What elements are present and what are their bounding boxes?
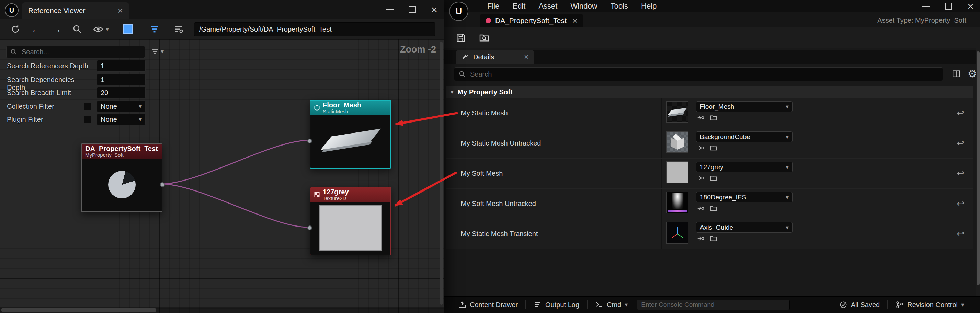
close-button[interactable]: × [431,4,438,15]
floor-mesh-thumbnail [323,128,378,154]
browse-to-asset-button[interactable] [710,144,718,152]
asset-thumbnail-180degree-ies[interactable] [667,192,689,213]
reset-to-default-button[interactable]: ↩ [957,159,964,188]
browse-to-asset-button[interactable] [710,235,718,242]
property-row-my-static-mesh: My Static Mesh Floor_Mesh ▾ [446,98,973,129]
reference-viewer-tab[interactable]: Reference Viewer × [22,2,129,19]
cmd-dropdown[interactable]: Cmd ▾ [595,301,628,309]
use-selected-asset-button[interactable] [697,144,704,152]
title-bar[interactable]: U Reference Viewer × × [0,0,444,19]
maximize-button[interactable] [945,3,952,10]
save-icon [455,32,466,43]
asset-thumbnail-axis-guide[interactable] [667,222,689,244]
all-saved-status[interactable]: All Saved [839,301,880,309]
graph-node-da-propertysoft-test[interactable]: DA_PropertySoft_Test MyProperty_Soft [81,143,162,212]
output-log-button[interactable]: Output Log [534,301,579,309]
use-selected-asset-button[interactable] [697,235,704,242]
menu-help[interactable]: Help [635,0,663,12]
column-splitter[interactable] [661,189,662,219]
menu-window[interactable]: Window [564,0,604,12]
use-selected-asset-button[interactable] [697,205,704,212]
tab-da-propertysoft-test[interactable]: DA_PropertySoft_Test × [480,14,583,27]
graph-node-floor-mesh[interactable]: Floor_Mesh StaticMesh [310,100,391,168]
reset-to-default-button[interactable]: ↩ [957,189,964,219]
tab-close-icon[interactable]: × [118,6,123,15]
column-splitter[interactable] [661,98,662,128]
column-view-button[interactable] [952,69,961,78]
asset-thumbnail-background-cube[interactable] [667,131,689,153]
filter-options-icon [173,24,184,34]
input-pin[interactable] [307,139,312,143]
table-columns-icon [952,69,961,78]
asset-picker-combo[interactable]: BackgroundCube ▾ [696,132,792,142]
column-splitter[interactable] [661,219,662,249]
refresh-button[interactable] [10,24,21,34]
texture-icon [314,192,320,198]
settings-gear-button[interactable]: ⚙ [968,68,977,79]
zoom-to-fit-button[interactable] [72,24,83,34]
details-tab-close-icon[interactable]: × [524,53,529,61]
node-title: DA_PropertySoft_Test [85,145,158,153]
close-button[interactable]: × [967,1,974,12]
reference-wires [0,40,444,313]
node-subtitle: StaticMesh [323,109,361,114]
filter-button[interactable] [150,24,160,34]
output-log-icon [534,301,542,309]
details-search-options: ⚙ [952,68,977,79]
column-splitter[interactable] [661,159,662,188]
input-pin[interactable] [307,226,312,230]
output-pin[interactable] [160,182,165,187]
menu-edit[interactable]: Edit [506,0,532,12]
menu-bar: File Edit Asset Window Tools Help [444,0,980,12]
asset-picker-combo[interactable]: 127grey ▾ [696,162,792,172]
minimize-button[interactable] [922,6,930,7]
filter-settings-button[interactable] [173,24,184,34]
asset-picker-combo[interactable]: Axis_Guide ▾ [696,222,792,233]
use-selected-asset-button[interactable] [697,174,704,182]
console-command-input[interactable] [640,301,786,309]
panel-toggle-button[interactable] [123,24,133,34]
back-button[interactable]: ← [31,24,41,34]
reset-to-default-button[interactable]: ↩ [957,98,964,128]
reset-to-default-button[interactable]: ↩ [957,219,964,249]
visibility-dropdown[interactable]: ▾ [93,24,109,34]
reference-graph[interactable]: Zoom -2 ▾ Search Referencers Depth [0,40,444,313]
browse-to-asset-button[interactable] [479,32,490,43]
asset-thumbnail-127grey[interactable] [667,161,689,183]
property-label: My Static Mesh [461,98,508,128]
minimize-button[interactable] [386,9,393,10]
browse-to-asset-button[interactable] [710,205,718,212]
details-search-input[interactable] [469,70,939,79]
menu-file[interactable]: File [481,0,506,12]
browse-to-asset-button[interactable] [710,114,718,121]
details-tab[interactable]: Details × [456,50,534,64]
details-scrollbar-thumb[interactable] [977,51,980,285]
content-drawer-button[interactable]: Content Drawer [458,301,518,309]
category-my-property-soft[interactable]: ▾ My Property Soft [446,86,973,98]
asset-picker-combo[interactable]: 180Degree_IES ▾ [696,192,792,202]
asset-toolbar [444,27,980,48]
save-button[interactable] [455,32,466,43]
grey-texture-thumbnail [319,205,382,251]
asset-picker-combo[interactable]: Floor_Mesh ▾ [696,101,792,112]
category-expand-icon[interactable]: ▾ [450,89,453,96]
browse-to-asset-button[interactable] [710,174,718,182]
graph-node-127grey[interactable]: 127grey Texture2D [310,187,391,255]
search-icon [458,70,466,78]
property-row-my-soft-mesh: My Soft Mesh 127grey ▾ [446,159,973,189]
magnifier-icon [72,24,83,34]
asset-path-field[interactable]: /Game/Property/Soft/DA_PropertySoft_Test [194,22,435,36]
menu-asset[interactable]: Asset [532,0,564,12]
chevron-down-icon: ▾ [961,302,964,308]
revision-control-button[interactable]: Revision Control ▾ [896,301,964,309]
menu-tools[interactable]: Tools [604,0,635,12]
use-selected-asset-button[interactable] [697,114,704,121]
forward-button[interactable]: → [51,24,62,34]
output-log-label: Output Log [545,301,579,309]
reset-to-default-button[interactable]: ↩ [957,129,964,158]
chevron-down-icon: ▾ [786,134,789,140]
tab-close-icon[interactable]: × [573,16,578,25]
asset-thumbnail-floor-mesh[interactable] [667,101,689,123]
column-splitter[interactable] [661,129,662,158]
maximize-button[interactable] [409,6,416,13]
